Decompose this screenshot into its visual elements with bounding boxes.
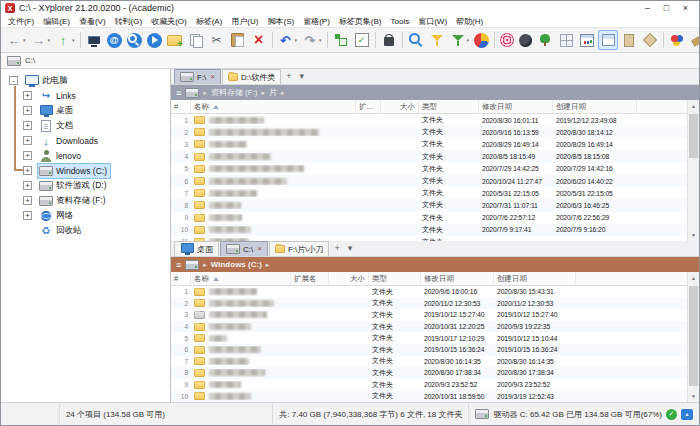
tree-item[interactable]: +Links [1, 88, 170, 103]
menu-item[interactable]: 帮助(H) [454, 16, 485, 27]
file-row[interactable]: 5文件夹2019/10/17 12:10:292019/10/12 15:10:… [171, 332, 687, 344]
undo-button[interactable]: ▾ [276, 30, 300, 50]
tree-item-inner[interactable]: 文档 [37, 118, 77, 134]
close-button[interactable]: × [676, 2, 695, 15]
column-header[interactable]: 修改日期 [479, 100, 553, 113]
tree-item-inner[interactable]: Windows (C:) [37, 163, 111, 179]
tab[interactable]: D:\软件类 [222, 69, 281, 84]
menu-item[interactable]: 脚本(S) [265, 16, 296, 27]
breadcrumb-segment[interactable]: Windows (C:) [211, 260, 262, 269]
menu-item[interactable]: 窗格(P) [301, 16, 332, 27]
maximize-button[interactable]: □ [657, 2, 676, 15]
new-tab-button[interactable]: + [282, 69, 295, 84]
file-row[interactable]: 6文件夹2020/10/24 11:27:472020/6/20 14:40:2… [171, 175, 687, 187]
visual-filter-button[interactable]: ▾ [448, 30, 472, 50]
menu-item[interactable]: 查看(V) [77, 16, 108, 27]
tree-item[interactable]: -此电脑 [1, 73, 170, 88]
file-row[interactable]: 6文件夹2019/10/15 16:36:242019/10/15 16:36:… [171, 344, 687, 356]
scroll-down-icon[interactable]: ▼ [688, 390, 699, 402]
up-button[interactable]: ▾ [53, 30, 77, 50]
details-view-button[interactable] [577, 30, 597, 50]
dark-mode-button[interactable] [517, 30, 534, 50]
scrollbar-thumb[interactable] [689, 286, 698, 386]
column-header[interactable]: # [171, 272, 191, 285]
delete-button[interactable] [249, 30, 269, 50]
column-header[interactable]: 大小 [329, 272, 369, 285]
thumbnails-button[interactable] [556, 30, 576, 50]
menu-item[interactable]: 用户(U) [229, 16, 260, 27]
checkbox-select-button[interactable] [352, 30, 372, 50]
menu-item[interactable]: 标签(A) [194, 16, 225, 27]
new-folder-button[interactable] [165, 30, 185, 50]
tree-item[interactable]: +Downloads [1, 133, 170, 148]
cut-button[interactable] [207, 30, 227, 50]
mini-tree-button[interactable] [331, 30, 351, 50]
tree-item[interactable]: +lenovo [1, 148, 170, 163]
tree-expander-icon[interactable]: + [23, 136, 32, 145]
file-row[interactable]: 4文件夹2020/10/31 12:20:252020/9/3 19:22:35 [171, 321, 687, 333]
tree-item-inner[interactable]: 回收站 [37, 223, 86, 239]
address-bar[interactable]: C:\ [1, 53, 699, 69]
tree-expander-icon[interactable]: - [9, 76, 18, 85]
copy-button[interactable] [186, 30, 206, 50]
tree-item-inner[interactable]: 资料存储 (F:) [37, 193, 110, 209]
file-row[interactable]: 1文件夹2020/8/30 16:01:112019/12/12 23:49:0… [171, 114, 687, 126]
column-header[interactable]: 类型 [419, 100, 479, 113]
column-header[interactable]: 扩展名 [291, 272, 329, 285]
menu-item[interactable]: Tools [388, 17, 411, 26]
hamburger-icon[interactable]: ≡ [176, 260, 181, 270]
file-row[interactable]: 7文件夹2020/5/31 22:15:052020/5/31 22:15:05 [171, 187, 687, 199]
highlight-button[interactable]: ▾ [688, 30, 699, 50]
tree-expander-icon[interactable]: + [23, 196, 32, 205]
tab[interactable]: 桌面 [174, 241, 219, 256]
tree-item[interactable]: +文档 [1, 118, 170, 133]
tree-expander-icon[interactable]: + [23, 211, 32, 220]
tree-expander-icon[interactable]: + [23, 151, 32, 160]
file-row[interactable]: 10文件夹2020/7/9 9:17:412020/7/9 9:16:20 [171, 224, 687, 236]
tab[interactable]: F:\片\小刀 [269, 241, 330, 256]
filter-button[interactable] [427, 30, 447, 50]
tree-expander-icon[interactable]: + [23, 106, 32, 115]
show-tree-button[interactable] [535, 30, 555, 50]
menu-item[interactable]: 标签页集(B) [337, 16, 384, 27]
scroll-down-icon[interactable]: ▼ [688, 229, 699, 241]
tree-expander-icon[interactable]: + [23, 166, 32, 175]
minimize-button[interactable]: – [638, 2, 657, 15]
live-filter-button[interactable] [406, 30, 426, 50]
file-row[interactable]: 8文件夹2020/7/31 11:07:112020/6/3 16:46:25 [171, 199, 687, 211]
tree-item-inner[interactable]: 网络 [37, 208, 77, 224]
hamburger-icon[interactable]: ≡ [176, 88, 181, 98]
top-scrollbar[interactable]: ▲ ▼ [687, 100, 699, 241]
tab-list-icon[interactable]: ▾ [344, 241, 357, 256]
tree-item[interactable]: +桌面 [1, 103, 170, 118]
file-row[interactable]: 3文件夹2020/8/29 16:49:142020/8/29 16:49:14 [171, 138, 687, 150]
file-row[interactable]: 3文件夹2019/10/12 15:27:402019/10/12 15:27:… [171, 309, 687, 321]
tree-item-inner[interactable]: Links [37, 88, 80, 104]
file-row[interactable]: 9文件夹2020/9/3 23:52:522020/9/3 23:52:52 [171, 379, 687, 391]
file-row[interactable]: 2文件夹2020/11/2 12:30:532020/11/2 12:30:53 [171, 298, 687, 310]
paste-button[interactable] [228, 30, 248, 50]
tree-item[interactable]: +Windows (C:) [1, 163, 170, 178]
menu-item[interactable]: 转到(G) [113, 16, 145, 27]
menu-item[interactable]: 编辑(E) [41, 16, 72, 27]
tab-close-icon[interactable]: × [210, 73, 215, 81]
column-header[interactable]: 名称 [191, 100, 356, 113]
column-header[interactable]: 修改日期 [421, 272, 494, 285]
file-row[interactable]: 1文件夹2020/9/6 16:00:162020/8/30 15:43:31 [171, 286, 687, 298]
column-header[interactable]: 扩... [356, 100, 381, 113]
redo-button[interactable]: ▾ [300, 30, 324, 50]
color-filter-button[interactable] [667, 30, 687, 50]
forward-button[interactable]: ▾ [29, 30, 53, 50]
horizontal-panes-button[interactable] [598, 30, 618, 50]
go-button[interactable] [145, 30, 164, 50]
find-files-button[interactable] [125, 30, 144, 50]
preview-pane-button[interactable] [619, 30, 639, 50]
menu-item[interactable]: 收藏夹(O) [149, 16, 189, 27]
scroll-up-icon[interactable]: ▲ [688, 100, 699, 112]
tree-expander-icon[interactable]: + [23, 121, 32, 130]
file-row[interactable]: 5文件夹2020/7/29 14:42:252020/7/29 14:42:16 [171, 163, 687, 175]
menu-item[interactable]: 文件(F) [6, 16, 36, 27]
file-row[interactable]: 10文件夹2020/10/31 18:59:502019/3/19 12:52:… [171, 390, 687, 402]
tab-close-icon[interactable]: × [257, 245, 262, 253]
queue-panel-icon[interactable]: ▲ [681, 409, 693, 420]
